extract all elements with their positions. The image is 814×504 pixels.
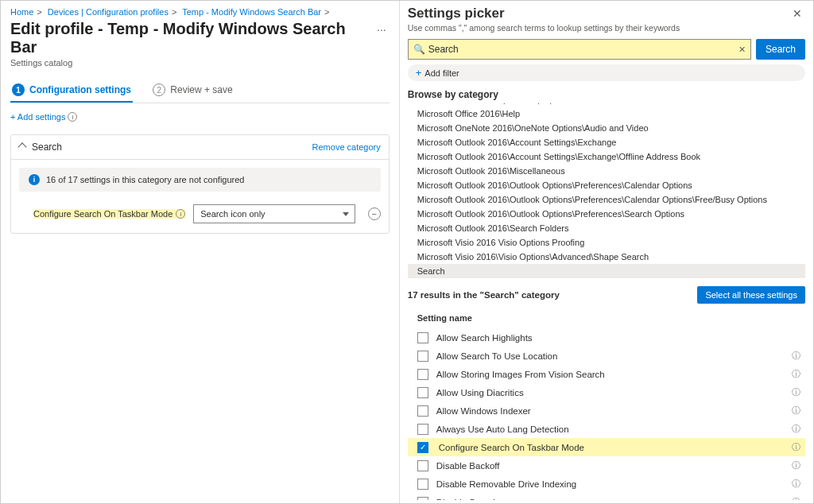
setting-row[interactable]: Allow Search To Use Locationⓘ [408, 347, 805, 365]
add-filter-button[interactable]: +Add filter [408, 64, 805, 81]
section-title: Search [32, 142, 62, 153]
info-icon[interactable]: ⓘ [792, 459, 800, 471]
category-item[interactable]: Microsoft Outlook 2016\Outlook Options\P… [408, 178, 805, 192]
setting-row[interactable]: Disable Removable Drive Indexingⓘ [408, 475, 805, 493]
setting-row[interactable]: Disable Backoffⓘ [408, 456, 805, 475]
crumb-profile[interactable]: Temp - Modify Windows Search Bar [182, 7, 321, 17]
info-icon[interactable]: ⓘ [792, 496, 800, 500]
results-count: 17 results in the "Search" category [408, 290, 560, 300]
category-item[interactable]: Search [408, 264, 805, 278]
checkbox[interactable] [417, 387, 428, 398]
remove-setting-button[interactable]: − [368, 207, 381, 220]
panel-subtitle: Use commas "," among search terms to loo… [408, 23, 805, 33]
setting-name: Allow Search Highlights [436, 333, 800, 343]
clear-search-icon[interactable]: ✕ [738, 45, 746, 55]
category-item[interactable]: Microsoft Outlook 2016\Outlook Options\P… [408, 192, 805, 207]
checkbox[interactable] [417, 351, 428, 362]
info-icon[interactable]: ⓘ [792, 368, 800, 380]
crumb-devices[interactable]: Devices | Configuration profiles [48, 7, 169, 17]
setting-row[interactable]: Allow Windows Indexerⓘ [408, 401, 805, 420]
setting-row[interactable]: Allow Storing Images From Vision Searchⓘ [408, 365, 805, 383]
info-icon[interactable]: ⓘ [792, 478, 800, 490]
setting-row[interactable]: Always Use Auto Lang Detectionⓘ [408, 420, 805, 438]
checkbox[interactable] [417, 479, 428, 490]
panel-title: Settings picker [408, 6, 505, 21]
setting-name: Disable Backoff [436, 461, 787, 471]
category-item[interactable]: Microsoft Outlook 2016\Miscellaneous [408, 164, 805, 178]
category-item[interactable]: Microsoft Outlook 2016\Outlook Options\P… [408, 207, 805, 221]
page-subtitle: Settings catalog [10, 58, 374, 68]
info-icon[interactable]: ⓘ [792, 405, 800, 417]
checkbox[interactable] [417, 460, 428, 471]
checkbox[interactable] [417, 497, 428, 501]
info-icon[interactable]: ⓘ [792, 386, 800, 398]
info-icon[interactable]: ⓘ [792, 423, 800, 435]
search-icon: 🔍 [413, 44, 425, 55]
info-icon[interactable]: ⓘ [792, 441, 800, 453]
search-button[interactable]: Search [756, 39, 805, 60]
category-item[interactable]: Microsoft OneNote 2016\OneNote Options\A… [408, 121, 805, 135]
browse-label: Browse by category [408, 89, 805, 100]
setting-name: Disable Removable Drive Indexing [436, 479, 787, 489]
chevron-up-icon[interactable] [17, 142, 26, 151]
setting-name-header: Setting name [408, 308, 805, 329]
setting-name: Allow Using Diacritics [436, 388, 787, 397]
checkbox[interactable] [417, 332, 428, 343]
more-icon[interactable]: ··· [374, 20, 390, 39]
category-item[interactable]: Microsoft Visio 2016\Visio Options\Advan… [408, 250, 805, 264]
setting-row[interactable]: Disable Searchⓘ [408, 493, 805, 500]
category-list[interactable]: Microsoft Edge\Default search providerMi… [408, 103, 805, 278]
category-item[interactable]: Microsoft Office 2016\Help [408, 107, 805, 121]
category-section: Search Remove category i 16 of 17 settin… [10, 134, 390, 234]
select-all-button[interactable]: Select all these settings [697, 286, 805, 304]
settings-list[interactable]: Allow Search HighlightsAllow Search To U… [408, 329, 805, 500]
tab-review-save[interactable]: 2Review + save [151, 79, 234, 101]
setting-name: Allow Search To Use Location [436, 351, 787, 361]
setting-name: Disable Search [436, 498, 787, 501]
tab-config-settings[interactable]: 1Configuration settings [10, 79, 133, 103]
info-icon[interactable]: i [176, 209, 185, 219]
category-item[interactable]: Microsoft Outlook 2016\Search Folders [408, 221, 805, 235]
crumb-home[interactable]: Home [10, 7, 33, 17]
remove-category-link[interactable]: Remove category [312, 142, 381, 152]
info-icon: i [68, 112, 77, 122]
unconfigured-notice: i 16 of 17 settings in this category are… [19, 168, 381, 192]
setting-row[interactable]: Allow Search Highlights [408, 329, 805, 347]
search-input[interactable]: 🔍 Search ✕ [408, 39, 751, 60]
setting-value-dropdown[interactable]: Search icon only [193, 204, 355, 223]
category-item[interactable]: Microsoft Outlook 2016\Account Settings\… [408, 135, 805, 149]
checkbox[interactable] [417, 405, 428, 417]
setting-name: Allow Storing Images From Vision Search [436, 370, 787, 379]
breadcrumb: Home> Devices | Configuration profiles> … [10, 7, 390, 17]
wizard-tabs: 1Configuration settings 2Review + save [10, 79, 390, 103]
info-icon: i [29, 174, 40, 185]
checkbox[interactable] [417, 369, 428, 380]
setting-name: Configure Search On Taskbar Mode [436, 442, 787, 453]
setting-row[interactable]: Allow Using Diacriticsⓘ [408, 383, 805, 401]
category-item[interactable]: Microsoft Outlook 2016\Account Settings\… [408, 149, 805, 164]
page-title: Edit profile - Temp - Modify Windows Sea… [10, 20, 374, 56]
info-icon[interactable]: ⓘ [792, 350, 800, 362]
setting-name: Allow Windows Indexer [436, 406, 787, 416]
add-settings-link[interactable]: + Add settings i [10, 112, 77, 122]
checkbox[interactable]: ✓ [417, 442, 428, 453]
setting-name: Always Use Auto Lang Detection [436, 425, 787, 434]
checkbox[interactable] [417, 424, 428, 435]
close-icon[interactable]: ✕ [789, 6, 805, 21]
setting-row[interactable]: ✓Configure Search On Taskbar Modeⓘ [408, 438, 805, 456]
setting-label: Configure Search On Taskbar Mode i [33, 209, 185, 219]
category-item[interactable]: Microsoft Visio 2016 Visio Options Proof… [408, 235, 805, 250]
